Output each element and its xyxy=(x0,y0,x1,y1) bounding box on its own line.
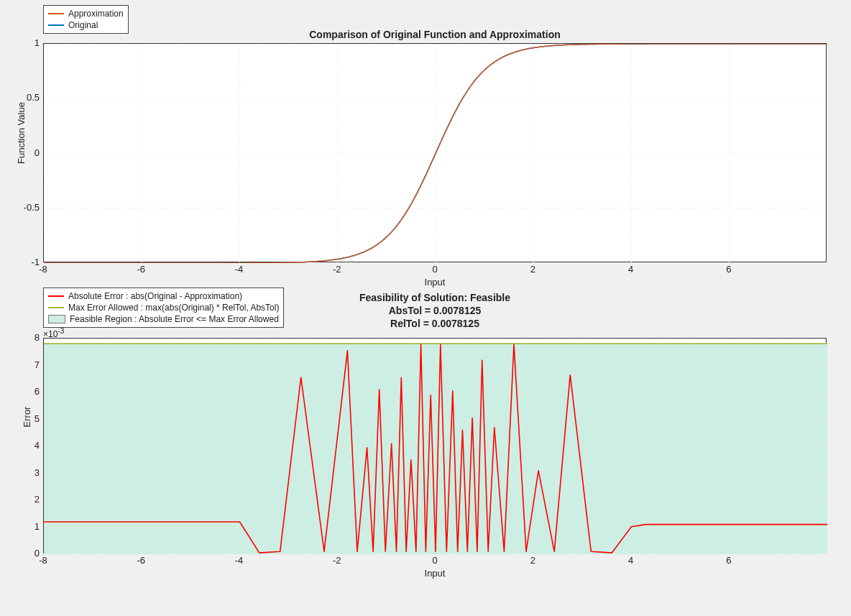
chart1-xlabel: Input xyxy=(43,277,827,288)
chart1-legend: ApproximationOriginal xyxy=(43,5,129,34)
legend-entry: Original xyxy=(68,19,98,31)
chart2-axes xyxy=(43,338,827,553)
legend-entry: Max Error Allowed : max(abs(Original) * … xyxy=(68,302,279,313)
chart1-axes xyxy=(43,43,827,262)
chart1-title: Comparison of Original Function and Appr… xyxy=(43,29,827,40)
chart2-y-exponent: ×10-3 xyxy=(43,327,64,339)
chart2-xlabel: Input xyxy=(43,568,827,579)
chart1-plot xyxy=(44,44,827,263)
legend-entry: Approximation xyxy=(68,8,124,19)
chart1-ylabel: Function Value xyxy=(16,61,27,205)
chart2-ylabel: Error xyxy=(22,374,32,460)
legend-entry: Absolute Error : abs(Original - Approxim… xyxy=(68,290,242,302)
chart2-legend: Absolute Error : abs(Original - Approxim… xyxy=(43,288,284,328)
matlab-figure: Comparison of Original Function and Appr… xyxy=(0,0,851,616)
legend-entry: Feasible Region : Absolute Error <= Max … xyxy=(70,313,279,325)
chart2-plot xyxy=(44,339,827,554)
